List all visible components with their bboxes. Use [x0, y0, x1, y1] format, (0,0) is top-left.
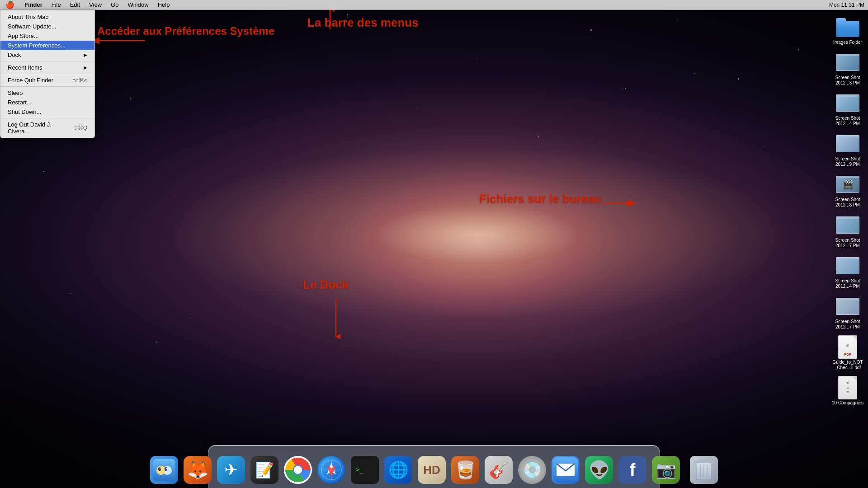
- desktop-icon-screenshot-2[interactable]: Screen Shot 2012...4 PM: [830, 89, 866, 128]
- reeder-dock-icon: 🦊: [184, 456, 212, 484]
- desktop-icon-screenshot-3[interactable]: Screen Shot 2012...9 PM: [830, 130, 866, 169]
- scrivener-dock-icon: 📝: [250, 456, 278, 484]
- screenshot-3-image: [836, 132, 859, 155]
- pdf-icon-label: Guide_to_NOT _Chec...il.pdf: [831, 360, 864, 371]
- apple-menu-dropdown: About This Mac Software Update... App St…: [0, 10, 95, 138]
- logic-dock-icon: 🎸: [485, 456, 513, 484]
- menu-sep-4: [0, 118, 94, 118]
- menubar-view[interactable]: View: [85, 0, 106, 9]
- menubar-file[interactable]: File: [47, 0, 66, 9]
- menu-force-quit[interactable]: Force Quit Finder ⌥⌘⎋: [0, 75, 94, 85]
- desktop-icon-images-folder[interactable]: Images Folder: [830, 14, 866, 47]
- screenshot-1-label: Screen Shot 2012...3 PM: [831, 75, 864, 86]
- pdf-icon-image: PDF ≡: [836, 335, 859, 359]
- log-out-shortcut: ⇧⌘Q: [73, 125, 87, 131]
- facebook-dock-icon: f: [618, 456, 646, 484]
- dock-item-reeder[interactable]: 🦊: [182, 455, 213, 485]
- screenshot-5-image: [836, 213, 859, 237]
- svg-text:>_: >_: [356, 466, 363, 474]
- desktop-icon-screenshot-5[interactable]: Screen Shot 2012...7 PM: [830, 211, 866, 250]
- dock-item-hd[interactable]: HD: [416, 455, 447, 485]
- svg-point-11: [156, 466, 165, 475]
- menu-system-preferences[interactable]: System Preferences...: [0, 41, 94, 50]
- chrome-dock-icon: [284, 456, 312, 484]
- menubar-edit[interactable]: Edit: [66, 0, 85, 9]
- menu-sep-3: [0, 86, 94, 87]
- dock-item-adium[interactable]: 👽: [584, 455, 614, 485]
- recent-items-arrow-icon: ▶: [84, 65, 87, 70]
- menu-software-update[interactable]: Software Update...: [0, 22, 94, 31]
- menubar-help[interactable]: Help: [153, 0, 175, 9]
- svg-point-14: [160, 468, 160, 469]
- screenshot-5-label: Screen Shot 2012...7 PM: [831, 238, 864, 249]
- trash-dock-icon: [690, 456, 718, 484]
- menubar-left: 🍎 Finder File Edit View Go Window Help: [0, 0, 174, 9]
- hd-dock-icon: HD: [418, 456, 446, 484]
- svg-point-12: [158, 467, 161, 471]
- terminal-dock-icon: >_: [351, 456, 379, 484]
- menubar: 🍎 Finder File Edit View Go Window Help M…: [0, 0, 868, 10]
- ie-dock-icon: 🌐: [384, 456, 412, 484]
- telegram-dock-icon: ✈: [217, 456, 245, 484]
- desktop-icon-pdf[interactable]: PDF ≡ Guide_to_NOT _Chec...il.pdf: [830, 333, 866, 372]
- menu-sleep[interactable]: Sleep: [0, 88, 94, 98]
- desktop: 🍎 Finder File Edit View Go Window Help M…: [0, 0, 868, 488]
- dock-item-logic[interactable]: 🎸: [483, 455, 514, 485]
- dock-item-iphoto[interactable]: 📷: [651, 455, 681, 485]
- dock-item-trash[interactable]: [689, 455, 719, 485]
- dock-item-whisky[interactable]: 🥃: [450, 455, 481, 485]
- dock-arrow-icon: ▶: [84, 52, 87, 57]
- dock-item-safari[interactable]: [316, 455, 347, 485]
- desktop-icon-screenshot-7[interactable]: Screen Shot 2012...7 PM: [830, 293, 866, 332]
- menubar-right: Mon 11:31 PM: [829, 0, 868, 9]
- dock-item-chrome[interactable]: [283, 455, 313, 485]
- dvd-dock-icon: 💿: [518, 456, 546, 484]
- dock-item-mail[interactable]: [550, 455, 581, 485]
- dock-item-terminal[interactable]: >_: [349, 455, 380, 485]
- doc-icon-image: ≡≡≡: [836, 376, 859, 399]
- desktop-icons-panel: Images Folder Screen Shot 2012...3 PM Sc…: [827, 14, 868, 408]
- svg-point-18: [294, 466, 302, 474]
- screenshot-7-label: Screen Shot 2012...7 PM: [831, 319, 864, 330]
- iphoto-dock-icon: 📷: [652, 456, 680, 484]
- folder-icon-label: Images Folder: [833, 40, 862, 45]
- screenshot-6-image: [836, 254, 859, 277]
- menubar-window[interactable]: Window: [123, 0, 153, 9]
- desktop-icon-doc[interactable]: ≡≡≡ 10 Compagnies: [830, 374, 866, 408]
- whisky-dock-icon: 🥃: [451, 456, 479, 484]
- dock-item-dvd[interactable]: 💿: [517, 455, 547, 485]
- dock-item-scrivener[interactable]: 📝: [249, 455, 280, 485]
- dock: 🦊 ✈ 📝: [208, 445, 660, 488]
- desktop-icon-screenshot-6[interactable]: Screen Shot 2012...4 PM: [830, 252, 866, 291]
- menu-dock[interactable]: Dock ▶: [0, 50, 94, 60]
- menu-about-this-mac[interactable]: About This Mac: [0, 12, 94, 22]
- screenshot-2-image: [836, 91, 859, 115]
- screenshot-4-label: Screen Shot 2012...8 PM: [831, 197, 864, 208]
- dock-item-finder[interactable]: [149, 455, 179, 485]
- menubar-time: Mon 11:31 PM: [829, 2, 864, 8]
- safari-dock-icon: [317, 456, 345, 484]
- dock-item-ie[interactable]: 🌐: [383, 455, 414, 485]
- svg-point-13: [165, 467, 167, 471]
- stars-background: [0, 0, 868, 488]
- menubar-finder[interactable]: Finder: [20, 0, 47, 9]
- menu-recent-items[interactable]: Recent Items ▶: [0, 63, 94, 72]
- folder-icon-image: [836, 15, 859, 39]
- mail-dock-icon: [552, 456, 580, 484]
- menubar-go[interactable]: Go: [106, 0, 123, 9]
- apple-menu-button[interactable]: 🍎: [0, 0, 20, 9]
- finder-dock-icon: [150, 456, 178, 484]
- screenshot-3-label: Screen Shot 2012...9 PM: [831, 156, 864, 167]
- desktop-icon-screenshot-1[interactable]: Screen Shot 2012...3 PM: [830, 49, 866, 88]
- dock-item-telegram[interactable]: ✈: [216, 455, 246, 485]
- desktop-icon-screenshot-4[interactable]: 🎬 Screen Shot 2012...8 PM: [830, 171, 866, 210]
- menu-log-out[interactable]: Log Out David J. Civera... ⇧⌘Q: [0, 120, 94, 136]
- menu-sep-2: [0, 74, 94, 74]
- menu-app-store[interactable]: App Store...: [0, 31, 94, 41]
- menu-restart[interactable]: Restart...: [0, 98, 94, 107]
- svg-rect-31: [701, 459, 707, 462]
- menu-shut-down[interactable]: Shut Down...: [0, 107, 94, 117]
- screenshot-6-label: Screen Shot 2012...4 PM: [831, 278, 864, 289]
- menu-sep-1: [0, 61, 94, 61]
- dock-item-facebook[interactable]: f: [617, 455, 648, 485]
